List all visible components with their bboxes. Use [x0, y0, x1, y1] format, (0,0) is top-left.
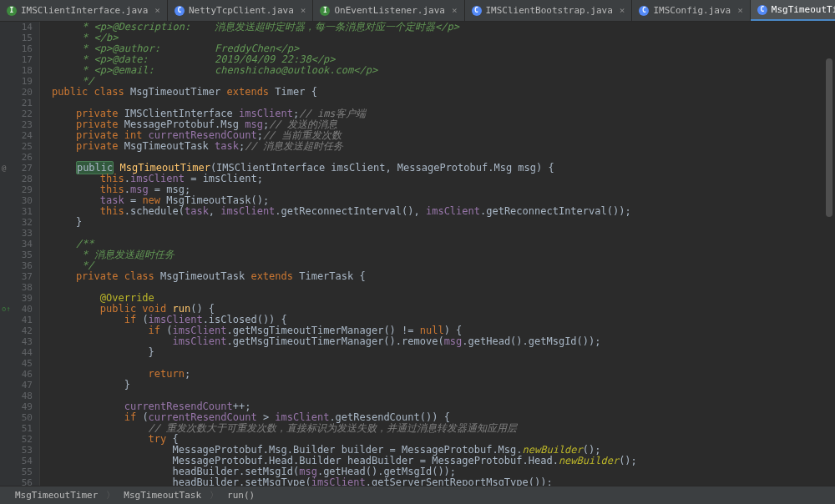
line-number[interactable]: 38: [0, 282, 33, 293]
line-number[interactable]: 51: [0, 423, 33, 434]
line-number[interactable]: 52: [0, 434, 33, 445]
line-number[interactable]: 22: [0, 108, 33, 119]
line-number[interactable]: 46: [0, 369, 33, 380]
code-line[interactable]: }: [52, 217, 835, 228]
code-line[interactable]: * 消息发送超时任务: [52, 249, 835, 260]
code-line[interactable]: public class MsgTimeoutTimer extends Tim…: [52, 87, 835, 98]
scrollbar-thumb[interactable]: [826, 58, 832, 217]
line-number[interactable]: 21: [0, 98, 33, 108]
close-icon[interactable]: ×: [452, 5, 458, 16]
line-number[interactable]: 48: [0, 391, 33, 401]
breadcrumb-bar[interactable]: MsgTimeoutTimer〉MsgTimeoutTask〉run(): [0, 486, 835, 504]
line-number[interactable]: 34: [0, 239, 33, 249]
close-icon[interactable]: ×: [154, 5, 160, 16]
code-line[interactable]: * <p>@Description: 消息发送超时定时器，每一条消息对应一个定时…: [52, 22, 835, 33]
line-number[interactable]: 43: [0, 336, 33, 347]
line-number[interactable]: 31: [0, 206, 33, 217]
usage-marker-icon[interactable]: @: [2, 163, 6, 174]
tab-nettytcpclient[interactable]: CNettyTcpClient.java×: [168, 0, 313, 21]
line-number[interactable]: 50: [0, 412, 33, 423]
editor-area: 14151617181920212223242526@2728293031323…: [0, 22, 835, 486]
breadcrumb-item[interactable]: MsgTimeoutTask: [117, 490, 208, 501]
code-line[interactable]: headBuilder.setMsgType(imsClient.getServ…: [52, 477, 835, 486]
line-number[interactable]: 20: [0, 87, 33, 98]
vertical-scrollbar[interactable]: [825, 25, 833, 459]
override-marker-icon[interactable]: o↑: [2, 304, 11, 315]
line-number[interactable]: 41: [0, 315, 33, 325]
line-number[interactable]: 26: [0, 152, 33, 163]
code-line[interactable]: this.schedule(task, imsClient.getReconne…: [52, 206, 835, 217]
line-number[interactable]: 39: [0, 293, 33, 304]
interface-icon: I: [7, 6, 17, 16]
chevron-right-icon: 〉: [106, 489, 115, 501]
tab-imsclientbootstrap[interactable]: CIMSClientBootstrap.java×: [465, 0, 633, 21]
code-line[interactable]: private MsgTimeoutTask task;// 消息发送超时任务: [52, 141, 835, 152]
line-number[interactable]: 36: [0, 260, 33, 271]
class-icon: C: [472, 6, 482, 16]
line-number[interactable]: 24: [0, 130, 33, 141]
editor-tab-bar: IIMSClientInterface.java×CNettyTcpClient…: [0, 0, 835, 22]
tab-label: NettyTcpClient.java: [189, 5, 294, 16]
line-number[interactable]: 55: [0, 466, 33, 477]
line-number[interactable]: 53: [0, 445, 33, 456]
tab-imsconfig[interactable]: CIMSConfig.java×: [632, 0, 750, 21]
line-number[interactable]: 33: [0, 228, 33, 239]
line-number[interactable]: 49: [0, 401, 33, 412]
line-number[interactable]: 30: [0, 195, 33, 206]
interface-icon: I: [320, 6, 330, 16]
line-number[interactable]: 19: [0, 76, 33, 87]
line-number[interactable]: 16: [0, 43, 33, 54]
line-number[interactable]: 37: [0, 271, 33, 282]
line-number[interactable]: 44: [0, 347, 33, 358]
code-line[interactable]: * <p>@email: chenshichao@outlook.com</p>: [52, 65, 835, 76]
tab-imsclientinterface[interactable]: IIMSClientInterface.java×: [0, 0, 168, 21]
code-editor[interactable]: * <p>@Description: 消息发送超时定时器，每一条消息对应一个定时…: [40, 22, 835, 486]
code-line[interactable]: }: [52, 347, 835, 358]
tab-label: IMSConfig.java: [653, 5, 731, 16]
code-line[interactable]: }: [52, 380, 835, 391]
code-line[interactable]: [52, 228, 835, 239]
line-number[interactable]: 35: [0, 249, 33, 260]
breadcrumb-item[interactable]: run(): [220, 490, 261, 501]
tab-label: OnEventListener.java: [334, 5, 444, 16]
line-number[interactable]: 32: [0, 217, 33, 228]
breadcrumb-item[interactable]: MsgTimeoutTimer: [8, 490, 104, 501]
chevron-right-icon: 〉: [210, 489, 219, 501]
code-line[interactable]: private class MsgTimeoutTask extends Tim…: [52, 271, 835, 282]
line-number[interactable]: 14: [0, 22, 33, 33]
line-number[interactable]: 54: [0, 456, 33, 466]
line-number[interactable]: 28: [0, 174, 33, 184]
line-number[interactable]: 25: [0, 141, 33, 152]
line-number[interactable]: 47: [0, 380, 33, 391]
line-number[interactable]: 17: [0, 54, 33, 65]
class-icon: C: [757, 5, 767, 15]
code-line[interactable]: [52, 282, 835, 293]
tab-label: IMSClientInterface.java: [21, 5, 148, 16]
code-line[interactable]: return;: [52, 369, 835, 380]
tab-label: MsgTimeoutTimer.java: [772, 4, 835, 15]
line-number[interactable]: 45: [0, 358, 33, 369]
line-number[interactable]: 18: [0, 65, 33, 76]
line-number[interactable]: 15: [0, 33, 33, 43]
close-icon[interactable]: ×: [301, 5, 306, 16]
line-number[interactable]: 29: [0, 184, 33, 195]
class-icon: C: [639, 6, 649, 16]
tab-label: IMSClientBootstrap.java: [486, 5, 613, 16]
line-number[interactable]: 42: [0, 325, 33, 336]
code-line[interactable]: imsClient.getMsgTimeoutTimerManager().re…: [52, 336, 835, 347]
class-icon: C: [175, 6, 185, 16]
line-number[interactable]: 23: [0, 119, 33, 130]
line-number-gutter[interactable]: 14151617181920212223242526@2728293031323…: [0, 22, 40, 486]
tab-msgtimeouttimer[interactable]: CMsgTimeoutTimer.java×: [751, 0, 835, 21]
close-icon[interactable]: ×: [620, 5, 625, 16]
close-icon[interactable]: ×: [737, 5, 743, 16]
tab-oneventlistener[interactable]: IOnEventListener.java×: [313, 0, 464, 21]
